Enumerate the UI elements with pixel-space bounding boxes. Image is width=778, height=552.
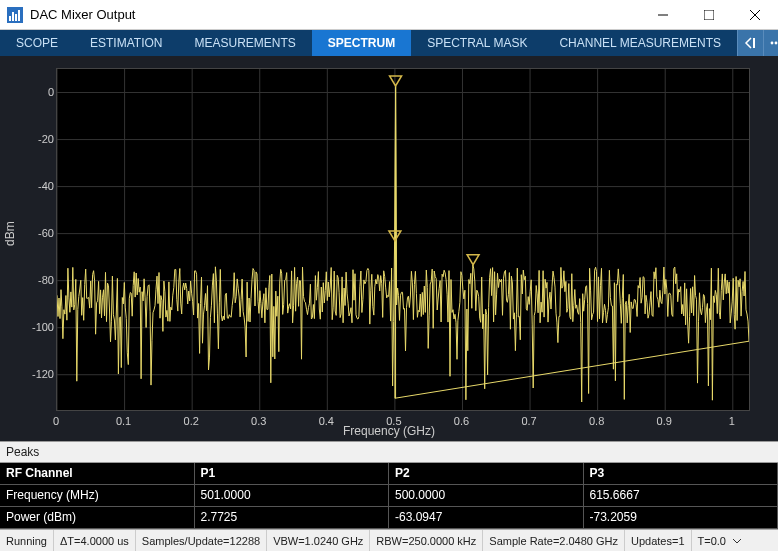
peaks-power-label: Power (dBm) (0, 507, 195, 528)
more-options-icon[interactable] (763, 30, 778, 56)
peaks-power-p2: -63.0947 (389, 507, 584, 528)
status-dropdown-icon[interactable] (732, 536, 742, 546)
status-updates: Updates=1 (625, 530, 692, 551)
peaks-table: RF Channel P1 P2 P3 Frequency (MHz) 501.… (0, 463, 778, 529)
status-samples: Samples/Update=12288 (136, 530, 267, 551)
svg-point-10 (771, 42, 774, 45)
svg-point-11 (775, 42, 778, 45)
status-rbw: RBW=250.0000 kHz (370, 530, 483, 551)
collapse-panel-icon[interactable] (737, 30, 763, 56)
svg-rect-4 (18, 10, 20, 21)
peaks-header-row: RF Channel P1 P2 P3 (0, 463, 778, 485)
svg-rect-2 (12, 12, 14, 21)
tab-spectral-mask[interactable]: SPECTRAL MASK (411, 30, 543, 56)
tab-measurements[interactable]: MEASUREMENTS (178, 30, 311, 56)
peaks-power-p3: -73.2059 (584, 507, 779, 528)
peaks-header-rf: RF Channel (0, 463, 195, 484)
peaks-freq-p1: 501.0000 (195, 485, 390, 506)
tab-channel-measurements[interactable]: CHANNEL MEASUREMENTS (543, 30, 737, 56)
close-button[interactable] (732, 0, 778, 30)
peaks-power-p1: 2.7725 (195, 507, 390, 528)
peaks-freq-p2: 500.0000 (389, 485, 584, 506)
peaks-freq-p3: 615.6667 (584, 485, 779, 506)
titlebar: DAC Mixer Output (0, 0, 778, 30)
window-title: DAC Mixer Output (30, 7, 640, 22)
tabbar: SCOPE ESTIMATION MEASUREMENTS SPECTRUM S… (0, 30, 778, 56)
tab-scope[interactable]: SCOPE (0, 30, 74, 56)
svg-rect-3 (15, 14, 17, 21)
tab-estimation[interactable]: ESTIMATION (74, 30, 178, 56)
svg-rect-1 (9, 16, 11, 21)
maximize-button[interactable] (686, 0, 732, 30)
peaks-freq-row: Frequency (MHz) 501.0000 500.0000 615.66… (0, 485, 778, 507)
status-rate: Sample Rate=2.0480 GHz (483, 530, 625, 551)
peaks-header-p1: P1 (195, 463, 390, 484)
minimize-button[interactable] (640, 0, 686, 30)
status-state: Running (0, 530, 54, 551)
status-vbw: VBW=1.0240 GHz (267, 530, 370, 551)
y-axis-label: dBm (3, 221, 17, 246)
spectrum-plot[interactable]: dBm Frequency (GHz) 00.10.20.30.40.50.60… (0, 56, 778, 441)
peaks-header-p3: P3 (584, 463, 779, 484)
svg-rect-6 (704, 10, 714, 20)
app-icon (6, 6, 24, 24)
tab-spectrum[interactable]: SPECTRUM (312, 30, 411, 56)
status-t: T=0.0 (692, 530, 732, 551)
peaks-panel-title: Peaks (0, 441, 778, 463)
peaks-header-p2: P2 (389, 463, 584, 484)
peaks-power-row: Power (dBm) 2.7725 -63.0947 -73.2059 (0, 507, 778, 529)
status-bar: Running ΔT=4.0000 us Samples/Update=1228… (0, 529, 778, 551)
status-dt: ΔT=4.0000 us (54, 530, 136, 551)
svg-rect-9 (753, 38, 755, 48)
peaks-freq-label: Frequency (MHz) (0, 485, 195, 506)
